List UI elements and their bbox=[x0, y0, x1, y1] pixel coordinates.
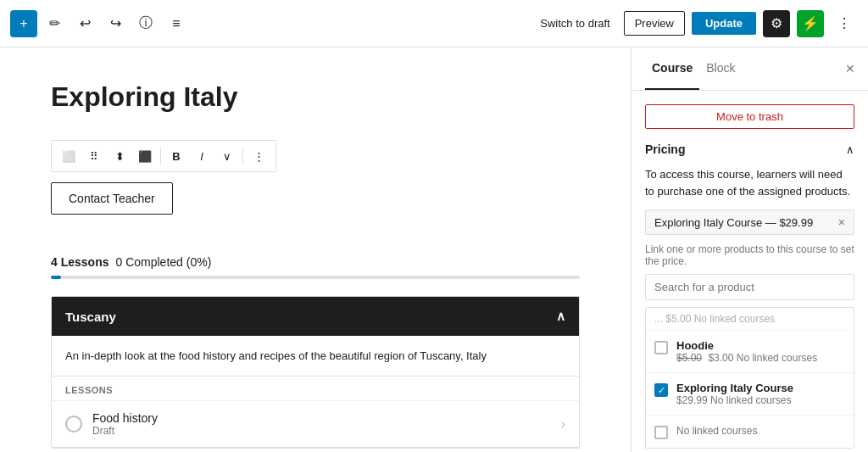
move-up-down-button[interactable]: ⬍ bbox=[108, 144, 131, 168]
no-linked-info: No linked courses bbox=[676, 424, 757, 437]
hoodie-price-new: $3.00 bbox=[708, 352, 733, 364]
lessons-count: 4 Lessons bbox=[51, 255, 108, 269]
align-icon: ⬛ bbox=[138, 150, 152, 163]
block-toolbar: ⬜ ⠿ ⬍ ⬛ B I ∨ ⋮ bbox=[51, 140, 276, 172]
info-button[interactable]: ⓘ bbox=[132, 10, 159, 37]
bold-button[interactable]: B bbox=[164, 144, 188, 168]
breadcrumb: Document → Contact Teacher bbox=[51, 448, 580, 452]
pricing-link-description: Link one or more products to this course… bbox=[645, 243, 854, 267]
undo-button[interactable]: ↩ bbox=[71, 10, 98, 37]
lessons-completed: 0 Completed (0%) bbox=[115, 255, 211, 269]
collapse-icon: ∧ bbox=[556, 309, 565, 324]
redo-icon: ↪ bbox=[110, 15, 121, 31]
exploring-name: Exploring Italy Course bbox=[676, 382, 793, 394]
exploring-price: $29.99 bbox=[676, 394, 708, 406]
tuscany-description: An in-depth look at the food history and… bbox=[52, 336, 579, 377]
exploring-checkbox[interactable] bbox=[654, 383, 668, 397]
editor-area: Exploring Italy ⬜ ⠿ ⬍ ⬛ B I ∨ bbox=[0, 47, 631, 452]
sidebar: Course Block × Move to trash Pricing ∧ T… bbox=[631, 47, 868, 452]
switch-draft-button[interactable]: Switch to draft bbox=[533, 12, 616, 35]
update-button[interactable]: Update bbox=[692, 12, 756, 35]
add-block-button[interactable]: + bbox=[10, 10, 37, 37]
exploring-info: Exploring Italy Course $29.99 No linked … bbox=[676, 382, 793, 406]
align-button[interactable]: ⬛ bbox=[133, 144, 157, 168]
product-scroll-hint: ... $5.00 No linked courses bbox=[646, 308, 854, 331]
progress-bar-fill bbox=[51, 276, 61, 279]
drag-handle-button[interactable]: ⠿ bbox=[82, 144, 106, 168]
list-view-button[interactable]: ≡ bbox=[163, 10, 190, 37]
toolbar-divider-2 bbox=[242, 148, 243, 165]
add-icon: + bbox=[19, 16, 27, 31]
page-title: Exploring Italy bbox=[51, 81, 580, 113]
italic-icon: I bbox=[200, 150, 203, 163]
no-linked-checkbox[interactable] bbox=[654, 426, 668, 439]
no-linked-label: No linked courses bbox=[676, 425, 757, 437]
pricing-collapse-icon[interactable]: ∧ bbox=[846, 143, 854, 156]
pricing-description: To access this course, learners will nee… bbox=[645, 166, 854, 199]
performance-button[interactable]: ⚡ bbox=[797, 10, 824, 37]
lightning-icon: ⚡ bbox=[802, 15, 819, 31]
progress-bar-container bbox=[51, 276, 580, 279]
block-type-button[interactable]: ⬜ bbox=[57, 144, 81, 168]
lessons-section: 4 Lessons 0 Completed (0%) bbox=[51, 255, 580, 279]
lessons-label: LESSONS bbox=[52, 377, 579, 400]
lessons-header: 4 Lessons 0 Completed (0%) bbox=[51, 255, 580, 269]
more-icon: ⋮ bbox=[837, 15, 851, 31]
toolbar-divider-1 bbox=[160, 148, 161, 165]
tuscany-title: Tuscany bbox=[65, 310, 116, 324]
exploring-prices: $29.99 No linked courses bbox=[676, 394, 793, 406]
product-item-no-linked[interactable]: No linked courses bbox=[646, 416, 854, 448]
hoodie-price-old: $5.00 bbox=[676, 352, 702, 364]
sidebar-close-button[interactable]: × bbox=[845, 60, 854, 78]
scroll-hint-text: ... $5.00 No linked courses bbox=[654, 313, 775, 325]
tuscany-header[interactable]: Tuscany ∧ bbox=[52, 297, 579, 336]
lesson-complete-circle bbox=[65, 416, 82, 432]
exploring-linked: No linked courses bbox=[710, 394, 791, 406]
italic-button[interactable]: I bbox=[190, 144, 214, 168]
product-tag-remove-button[interactable]: × bbox=[838, 215, 845, 229]
search-product-input[interactable] bbox=[645, 274, 854, 300]
chevron-down-icon: ∨ bbox=[223, 150, 231, 163]
hoodie-linked: No linked courses bbox=[737, 352, 817, 364]
settings-button[interactable]: ⚙ bbox=[763, 10, 790, 37]
tuscany-section: Tuscany ∧ An in-depth look at the food h… bbox=[51, 296, 580, 448]
hoodie-prices: $5.00 $3.00 No linked courses bbox=[676, 352, 817, 364]
pencil-icon: ✏ bbox=[49, 15, 60, 31]
product-item-hoodie[interactable]: Hoodie $5.00 $3.00 No linked courses bbox=[646, 331, 854, 373]
more-options-icon: ⋮ bbox=[253, 150, 264, 163]
lesson-status: Draft bbox=[92, 425, 551, 437]
sidebar-tabs: Course Block × bbox=[632, 47, 868, 91]
tab-block[interactable]: Block bbox=[699, 47, 742, 90]
lesson-chevron-icon: › bbox=[561, 416, 565, 432]
toolbar-right: Switch to draft Preview Update ⚙ ⚡ ⋮ bbox=[533, 10, 858, 37]
bold-icon: B bbox=[172, 150, 180, 163]
hoodie-checkbox[interactable] bbox=[654, 341, 668, 354]
product-tag-label: Exploring Italy Course — $29.99 bbox=[654, 216, 813, 229]
tab-course[interactable]: Course bbox=[645, 47, 699, 90]
move-to-trash-button[interactable]: Move to trash bbox=[645, 104, 854, 129]
hoodie-name: Hoodie bbox=[676, 339, 817, 352]
product-tag: Exploring Italy Course — $29.99 × bbox=[645, 209, 854, 235]
block-type-icon: ⬜ bbox=[62, 150, 75, 163]
sidebar-content: Move to trash Pricing ∧ To access this c… bbox=[632, 91, 868, 452]
gear-icon: ⚙ bbox=[771, 15, 782, 31]
toolbar-left: + ✏ ↩ ↪ ⓘ ≡ bbox=[10, 10, 190, 37]
preview-button[interactable]: Preview bbox=[624, 11, 685, 36]
main-layout: Exploring Italy ⬜ ⠿ ⬍ ⬛ B I ∨ bbox=[0, 47, 868, 452]
product-item-exploring[interactable]: Exploring Italy Course $29.99 No linked … bbox=[646, 373, 854, 416]
product-list: ... $5.00 No linked courses Hoodie $5.00… bbox=[645, 307, 854, 449]
pricing-title: Pricing bbox=[645, 142, 685, 156]
redo-button[interactable]: ↪ bbox=[102, 10, 129, 37]
pricing-section-header: Pricing ∧ bbox=[645, 142, 854, 156]
contact-teacher-button[interactable]: Contact Teacher bbox=[51, 182, 173, 215]
lesson-item[interactable]: Food history Draft › bbox=[52, 400, 579, 447]
undo-icon: ↩ bbox=[80, 15, 91, 31]
tools-button[interactable]: ✏ bbox=[41, 10, 68, 37]
arrows-icon: ⬍ bbox=[115, 150, 125, 163]
more-options-button[interactable]: ⋮ bbox=[831, 10, 858, 37]
info-icon: ⓘ bbox=[139, 14, 153, 32]
top-toolbar: + ✏ ↩ ↪ ⓘ ≡ Switch to draft Preview Upda… bbox=[0, 0, 868, 47]
more-rich-text-button[interactable]: ∨ bbox=[215, 144, 239, 168]
block-options-button[interactable]: ⋮ bbox=[247, 144, 270, 168]
sidebar-tab-group: Course Block bbox=[645, 47, 742, 90]
